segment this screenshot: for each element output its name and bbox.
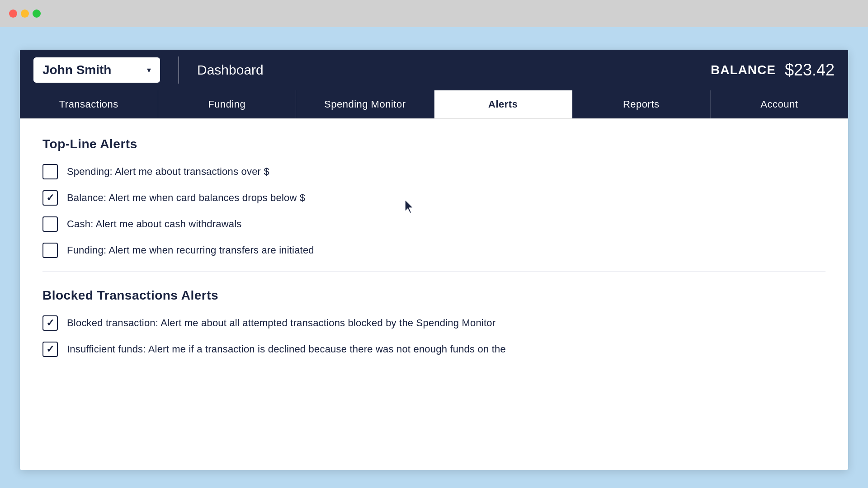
nav-tabs: Transactions Funding Spending Monitor Al… (20, 90, 848, 119)
balance-alert-label: Balance: Alert me when card balances dro… (67, 192, 305, 204)
list-item: Spending: Alert me about transactions ov… (42, 164, 826, 179)
content-area: Top-Line Alerts Spending: Alert me about… (20, 119, 848, 469)
tab-funding[interactable]: Funding (158, 90, 297, 118)
top-line-section: Top-Line Alerts Spending: Alert me about… (42, 137, 826, 258)
minimize-button[interactable] (21, 9, 29, 18)
chevron-down-icon: ▾ (147, 65, 151, 75)
funding-alert-checkbox[interactable] (42, 243, 58, 258)
funding-alert-label: Funding: Alert me when recurring transfe… (67, 244, 314, 256)
list-item: Funding: Alert me when recurring transfe… (42, 243, 826, 258)
blocked-heading: Blocked Transactions Alerts (42, 288, 826, 303)
checkmark-icon: ✓ (46, 193, 54, 203)
insufficient-funds-checkbox[interactable]: ✓ (42, 342, 58, 357)
titlebar (0, 0, 868, 27)
blocked-section: Blocked Transactions Alerts ✓ Blocked tr… (42, 288, 826, 357)
checkmark-icon: ✓ (46, 344, 54, 354)
tab-reports[interactable]: Reports (572, 90, 711, 118)
cash-alert-checkbox[interactable] (42, 216, 58, 232)
cash-alert-label: Cash: Alert me about cash withdrawals (67, 218, 241, 230)
balance-section: BALANCE $23.42 (711, 61, 835, 80)
close-button[interactable] (9, 9, 17, 18)
list-item: ✓ Insufficient funds: Alert me if a tran… (42, 342, 826, 357)
blocked-transaction-label: Blocked transaction: Alert me about all … (67, 317, 495, 329)
header-divider (178, 56, 179, 84)
dashboard-label: Dashboard (197, 62, 711, 78)
spending-alert-label: Spending: Alert me about transactions ov… (67, 166, 269, 178)
tab-spending-monitor[interactable]: Spending Monitor (296, 90, 434, 118)
app-header: John Smith ▾ Dashboard BALANCE $23.42 (20, 50, 848, 90)
maximize-button[interactable] (33, 9, 41, 18)
tab-alerts[interactable]: Alerts (434, 90, 573, 118)
tab-transactions[interactable]: Transactions (20, 90, 158, 118)
user-name: John Smith (42, 63, 140, 77)
list-item: Cash: Alert me about cash withdrawals (42, 216, 826, 232)
list-item: ✓ Balance: Alert me when card balances d… (42, 190, 826, 206)
top-line-heading: Top-Line Alerts (42, 137, 826, 151)
balance-label: BALANCE (711, 63, 776, 77)
tab-account[interactable]: Account (711, 90, 849, 118)
checkmark-icon: ✓ (46, 318, 54, 328)
balance-alert-checkbox[interactable]: ✓ (42, 190, 58, 206)
blocked-transaction-checkbox[interactable]: ✓ (42, 315, 58, 331)
app-window: John Smith ▾ Dashboard BALANCE $23.42 Tr… (20, 50, 848, 470)
list-item: ✓ Blocked transaction: Alert me about al… (42, 315, 826, 331)
balance-amount: $23.42 (785, 61, 835, 80)
section-divider (42, 272, 826, 272)
spending-alert-checkbox[interactable] (42, 164, 58, 179)
user-selector[interactable]: John Smith ▾ (33, 57, 160, 83)
insufficient-funds-label: Insufficient funds: Alert me if a transa… (67, 343, 506, 355)
